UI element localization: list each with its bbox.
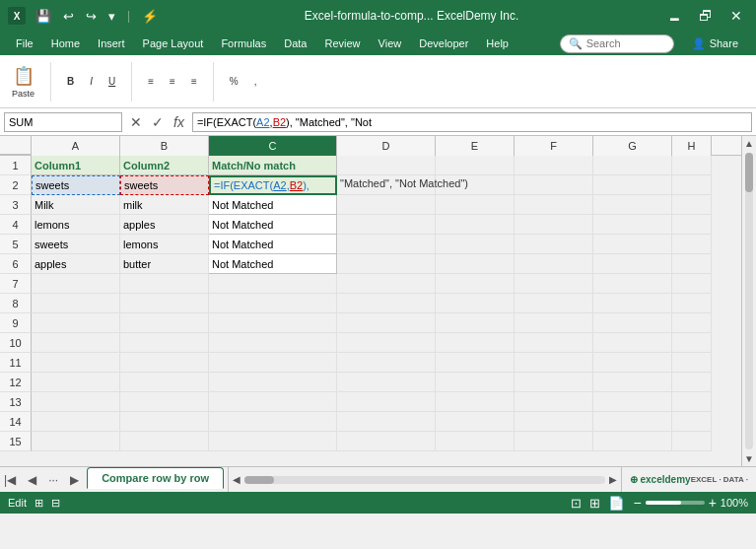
cell-a10[interactable] [32, 333, 120, 353]
first-sheet-button[interactable]: |◀ [0, 471, 20, 489]
share-button[interactable]: 👤 Share [682, 34, 748, 54]
cell-b14[interactable] [120, 412, 209, 432]
view-page-break-button[interactable]: 📄 [608, 496, 625, 511]
cell-g8[interactable] [593, 294, 672, 313]
menu-data[interactable]: Data [276, 35, 314, 51]
cell-d3[interactable] [337, 195, 436, 215]
cell-a9[interactable] [32, 313, 120, 333]
col-header-d[interactable]: D [337, 136, 436, 156]
scroll-right-button[interactable]: ▶ [609, 474, 617, 485]
next-sheet-button[interactable]: ▶ [66, 471, 83, 489]
vertical-scroll-thumb[interactable] [745, 153, 753, 192]
redo-button[interactable]: ↪ [82, 7, 101, 26]
cell-h2[interactable] [672, 175, 712, 195]
cell-h4[interactable] [672, 215, 712, 235]
cell-g1[interactable] [593, 156, 672, 175]
cell-a12[interactable] [32, 373, 120, 392]
cell-h3[interactable] [672, 195, 712, 215]
cell-b4[interactable]: apples [120, 215, 209, 235]
save-button[interactable]: 💾 [32, 7, 55, 26]
sheet-tab-compare-row[interactable]: Compare row by row [87, 467, 224, 489]
cell-a7[interactable] [32, 274, 120, 294]
cell-g4[interactable] [593, 215, 672, 235]
cell-d13[interactable] [337, 392, 436, 412]
ribbon-align-left[interactable]: ≡ [144, 74, 158, 89]
scroll-left-button[interactable]: ◀ [233, 474, 241, 485]
cell-f8[interactable] [515, 294, 593, 313]
cell-g5[interactable] [593, 235, 672, 254]
cell-f13[interactable] [515, 392, 593, 412]
cell-a6[interactable]: apples [32, 254, 120, 274]
row-num-14[interactable]: 14 [0, 412, 32, 432]
cell-c9[interactable] [209, 313, 337, 333]
quick-access-more[interactable]: ▾ [104, 7, 119, 26]
cell-g2[interactable] [593, 175, 672, 195]
vertical-scrollbar[interactable]: ▲ ▼ [741, 136, 756, 466]
col-header-h[interactable]: H [672, 136, 712, 156]
cell-f5[interactable] [515, 235, 593, 254]
cell-e7[interactable] [436, 274, 515, 294]
cell-f4[interactable] [515, 215, 593, 235]
col-header-a[interactable]: A [32, 136, 120, 156]
cell-g3[interactable] [593, 195, 672, 215]
cell-h9[interactable] [672, 313, 712, 333]
cell-g6[interactable] [593, 254, 672, 274]
cell-c1[interactable]: Match/No match [209, 156, 337, 175]
formula-cancel-button[interactable]: ✕ [126, 112, 146, 132]
horizontal-scroll-track[interactable] [244, 476, 605, 484]
cell-b11[interactable] [120, 353, 209, 373]
horizontal-scroll-thumb[interactable] [244, 476, 274, 484]
menu-home[interactable]: Home [43, 35, 88, 51]
cell-g12[interactable] [593, 373, 672, 392]
cell-b7[interactable] [120, 274, 209, 294]
col-header-c[interactable]: C [209, 136, 337, 156]
cell-b15[interactable] [120, 432, 209, 451]
horizontal-scroll-area[interactable]: ◀ ▶ [228, 467, 621, 492]
cell-c6[interactable]: Not Matched [209, 254, 337, 274]
cell-a3[interactable]: Milk [32, 195, 120, 215]
cell-g9[interactable] [593, 313, 672, 333]
cell-c15[interactable] [209, 432, 337, 451]
cell-a4[interactable]: lemons [32, 215, 120, 235]
cell-e11[interactable] [436, 353, 515, 373]
menu-developer[interactable]: Developer [411, 35, 476, 51]
cell-d5[interactable] [337, 235, 436, 254]
cell-h15[interactable] [672, 432, 712, 451]
cell-e4[interactable] [436, 215, 515, 235]
cell-d8[interactable] [337, 294, 436, 313]
menu-page-layout[interactable]: Page Layout [135, 35, 212, 51]
name-box[interactable] [4, 112, 122, 132]
cell-d9[interactable] [337, 313, 436, 333]
cell-a14[interactable] [32, 412, 120, 432]
cell-h7[interactable] [672, 274, 712, 294]
cell-c14[interactable] [209, 412, 337, 432]
col-header-g[interactable]: G [593, 136, 672, 156]
row-num-8[interactable]: 8 [0, 294, 32, 313]
cell-b2[interactable]: sweets [120, 175, 209, 195]
cell-e10[interactable] [436, 333, 515, 353]
cell-h1[interactable] [672, 156, 712, 175]
cell-d4[interactable] [337, 215, 436, 235]
cell-c5[interactable]: Not Matched [209, 235, 337, 254]
ribbon-paste[interactable]: 📋 Paste [8, 63, 38, 101]
cell-g10[interactable] [593, 333, 672, 353]
cell-h14[interactable] [672, 412, 712, 432]
search-input[interactable] [586, 37, 665, 49]
cell-c3[interactable]: Not Matched [209, 195, 337, 215]
row-num-7[interactable]: 7 [0, 274, 32, 294]
cell-e6[interactable] [436, 254, 515, 274]
prev-sheet-button[interactable]: ◀ [24, 471, 40, 489]
cell-c8[interactable] [209, 294, 337, 313]
cell-d7[interactable] [337, 274, 436, 294]
ribbon-bold[interactable]: B [63, 74, 78, 89]
cell-f14[interactable] [515, 412, 593, 432]
menu-insert[interactable]: Insert [90, 35, 133, 51]
cell-f6[interactable] [515, 254, 593, 274]
formula-confirm-button[interactable]: ✓ [148, 112, 168, 132]
auto-save-button[interactable]: ⚡ [138, 7, 162, 26]
cell-e15[interactable] [436, 432, 515, 451]
cell-b6[interactable]: butter [120, 254, 209, 274]
view-page-layout-button[interactable]: ⊞ [589, 496, 600, 511]
cell-b3[interactable]: milk [120, 195, 209, 215]
cell-e1[interactable] [436, 156, 515, 175]
